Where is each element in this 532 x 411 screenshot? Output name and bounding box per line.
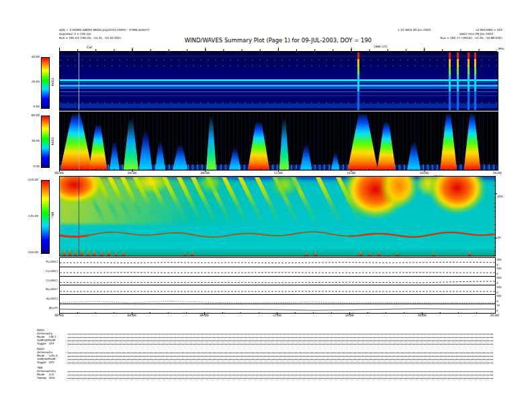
tnr-log-tick	[494, 180, 496, 181]
line-panel-right-min: 0	[496, 263, 498, 267]
time-label: 00:00	[51, 171, 67, 175]
rad2-noise-row	[60, 102, 498, 103]
tnr-log-tick	[494, 224, 496, 225]
time-label: 24:00	[489, 171, 505, 175]
rad2-band	[60, 87, 498, 89]
tnr-log-tick	[494, 193, 497, 194]
rad1-colorbar	[41, 116, 50, 168]
tnr-plasma-line	[60, 177, 495, 256]
rad1-cb-mid: 30.00	[21, 139, 40, 142]
tnr-log-tick	[494, 216, 496, 217]
rad2-burst-column	[449, 52, 451, 110]
legend-value: AGIL	[49, 376, 66, 379]
rad2-band	[60, 85, 498, 87]
time-label: 00:00	[51, 314, 67, 317]
legend-value: OFF	[49, 361, 66, 364]
line-panel-right-min: 0	[496, 309, 498, 312]
line-panel-row	[60, 276, 495, 285]
lz-record: LZ RECORD = 501	[476, 28, 502, 32]
waves-summary-plot: AVG + 3 SIGMA ABOVE BKGD pop(010)(100%) …	[0, 0, 532, 411]
time-label: 16:00	[341, 314, 357, 317]
line-panel-right-min: 0	[496, 272, 498, 275]
legend-dots	[68, 337, 493, 338]
legend-dots	[68, 363, 493, 363]
line-panel-row	[60, 304, 495, 313]
time-label: 20:00	[416, 171, 432, 175]
legend-dots	[68, 359, 493, 360]
rad2-burst-column	[474, 52, 476, 110]
line-panel-trace	[60, 259, 495, 266]
rad2-burst-column	[357, 52, 359, 110]
legend-dots	[68, 375, 493, 375]
legend-row: ToggleOFF	[37, 342, 494, 345]
rad2-panel-label: RAD2	[51, 72, 55, 92]
rad2-band	[60, 79, 498, 81]
freq-unit-label: MHz	[498, 47, 504, 50]
line-panel-right-max: 12	[496, 304, 500, 307]
time-label: 08:00	[197, 171, 213, 175]
header-right: 1.10 WED 30-JUL-2003 LZ RECORD = 501 DAI…	[398, 28, 502, 40]
line-panel-trace	[60, 268, 495, 275]
legend-key: Sweep	[37, 376, 49, 379]
line-panel-right-min: 0	[496, 291, 498, 294]
cal-line	[79, 52, 79, 110]
line-panel-right-max: 300	[496, 258, 502, 261]
rad1-cb-max: 60.00	[21, 113, 40, 117]
line-panel-right-min: 0	[496, 300, 498, 303]
line-panel-right-min: 0	[496, 281, 498, 285]
cal-line	[79, 112, 79, 170]
tnr-right-tick-100: 100	[497, 195, 503, 198]
tnr-cb-min: -150.00	[19, 250, 38, 254]
rad2-noise-row	[60, 59, 498, 60]
line-panel-label: Cy(/ASC)	[34, 269, 58, 273]
legend-dots	[68, 371, 493, 372]
line-panel-row	[60, 285, 495, 294]
rad2-cb-min: 0.00	[21, 105, 40, 108]
rad2-colorbar	[41, 57, 50, 109]
tnr-spectrogram	[59, 176, 496, 257]
legend-key: Toggle	[37, 342, 49, 345]
line-panel-trace	[60, 277, 495, 285]
version-stamp: 1.10 WED 30-JUL-2003	[398, 28, 431, 32]
tnr-log-tick	[494, 230, 496, 230]
rad2-burst-column	[468, 52, 470, 110]
rad2-band	[60, 91, 498, 92]
tnr-log-tick	[494, 247, 496, 248]
line-panel-row	[60, 294, 495, 304]
rad2-cb-mid: 20.00	[21, 80, 40, 83]
time-label: 16:00	[343, 171, 359, 175]
tnr-colorbar	[41, 180, 50, 254]
time-label: 24:00	[486, 314, 502, 317]
legend-row: ToggleOFF	[37, 361, 494, 364]
rad1-spectrogram	[59, 111, 498, 171]
rad2-spectrogram	[59, 52, 498, 111]
tnr-log-tick	[494, 185, 496, 186]
time-label: 08:00	[196, 314, 212, 317]
line-panel-right-max: 300	[496, 276, 502, 279]
line-panel-label: Cz(/ASC)	[34, 279, 58, 282]
time-label: 20:00	[414, 314, 430, 317]
tnr-log-tick	[494, 203, 496, 203]
line-panel-right-max: 300	[496, 285, 502, 289]
position-end: Rxe = 193.27 (193.62, -52.05, -10.89 GSE…	[398, 36, 502, 40]
line-panel-row	[60, 258, 495, 267]
legend-dots	[68, 378, 493, 379]
tnr-log-tick	[494, 251, 496, 252]
legend-value: OFF	[49, 342, 66, 345]
tnr-log-tick	[494, 238, 497, 238]
rad2-band	[60, 103, 498, 108]
line-panel-label: Ey(/ASC)	[34, 260, 58, 263]
rad2-burst-column	[457, 52, 459, 110]
rad2-band	[60, 83, 498, 84]
line-panels	[59, 257, 496, 314]
rad1-cb-min: 0.00	[21, 165, 40, 168]
line-panel-label: |B|(nT)	[34, 306, 58, 310]
time-label: 12:00	[270, 171, 286, 175]
tnr-panel-label: TNR	[51, 205, 55, 225]
line-panel-trace	[60, 296, 495, 304]
tnr-log-tick	[494, 255, 496, 256]
legend-row: SweepAGIL	[37, 376, 494, 379]
time-label: 04:00	[124, 171, 140, 175]
legend: RAD2AntennaEyModeLIN 1SUM/SEPSUMToggleOF…	[37, 326, 494, 379]
line-panel-right-max: 300	[496, 294, 502, 298]
